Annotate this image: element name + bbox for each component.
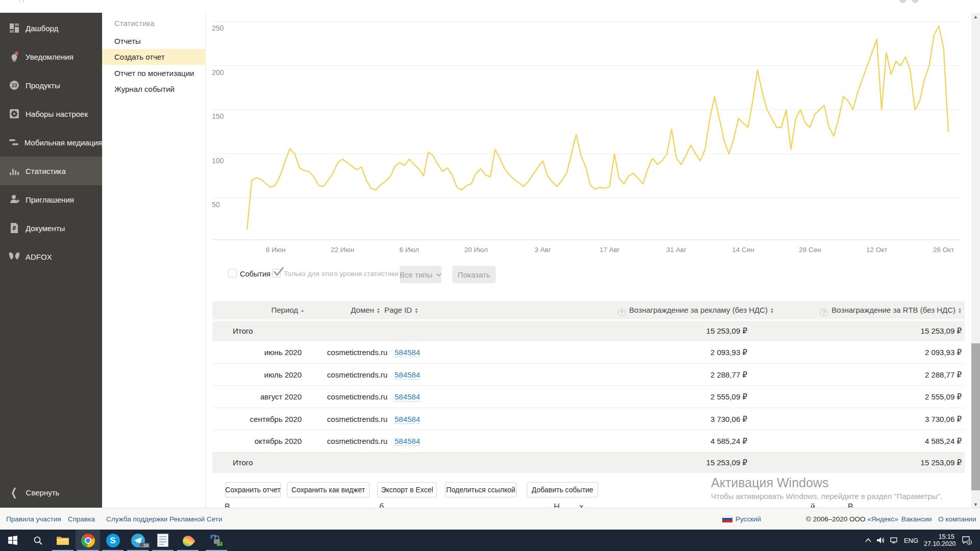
cell-period: сентябрь 2020 <box>212 415 302 423</box>
svg-text:17 Авг: 17 Авг <box>599 246 620 254</box>
scrollbar-up-arrow[interactable]: ▲ <box>971 13 980 21</box>
windows-activation-watermark-title: Активация Windows <box>711 475 828 490</box>
taskbar-telegram[interactable]: ..59 <box>126 530 150 551</box>
windows-taskbar: ENG 15:15 27.10.2020 5 S..59 <box>0 530 980 551</box>
events-checkbox[interactable] <box>228 269 237 278</box>
cell-period: август 2020 <box>212 392 302 401</box>
save-report-button[interactable]: Сохранить отчет <box>225 482 281 497</box>
notification-icon[interactable] <box>899 0 906 3</box>
cell-ads-reward: 2 555,09 ₽ <box>594 392 747 402</box>
taskbar-sync-lock[interactable] <box>204 530 229 551</box>
footer-link-vacancies[interactable]: Вакансии <box>901 515 932 523</box>
cell-pageid: 584584 <box>382 370 433 379</box>
cell-rtb-reward: 4 585,24 ₽ <box>808 437 962 446</box>
cell-pageid: 584584 <box>382 392 433 401</box>
products-icon: 10 <box>8 80 20 91</box>
column-header-ads-reward[interactable]: ?Вознаграждение за рекламу (без НДС)▲▼ <box>570 306 774 316</box>
screen: (( ДашбордУведомления10ПродуктыНаборы на… <box>0 0 980 551</box>
sidebar-item-settings-sets[interactable]: Наборы настроек <box>0 99 102 128</box>
sidebar-item-products[interactable]: 10Продукты <box>0 71 102 99</box>
export-excel-button[interactable]: Экспорт в Excel <box>377 482 437 497</box>
events-checkbox-label[interactable]: События <box>240 270 271 278</box>
sidebar-item-mobile-mediation[interactable]: Мобильная медиация <box>0 128 102 157</box>
yandex-link[interactable]: «Яндекс» <box>867 515 898 523</box>
table-header: Период▲ Домен▲▼ Page ID▲▼ ?Вознаграждени… <box>212 301 965 319</box>
submenu-item[interactable]: Создать отчет <box>102 49 206 65</box>
tray-chevron-icon[interactable] <box>862 530 874 551</box>
level-checkbox[interactable] <box>272 269 281 278</box>
show-button[interactable]: Показать <box>452 266 496 283</box>
event-type-select[interactable]: Все типы <box>400 266 442 283</box>
taskbar-paint3d[interactable] <box>176 530 200 551</box>
help-icon[interactable]: ? <box>618 308 626 316</box>
svg-text:20 Июл: 20 Июл <box>464 246 488 254</box>
collapse-sidebar-button[interactable]: ❮Свернуть <box>0 478 102 507</box>
yandex-logo-fragment: (( <box>18 0 26 3</box>
page-id-link[interactable]: 584584 <box>395 415 420 424</box>
cell-rtb-reward: 3 730,06 ₽ <box>808 415 962 424</box>
cell-period: июль 2020 <box>212 370 302 379</box>
help-icon[interactable]: ? <box>820 308 828 316</box>
scrollbar-thumb[interactable] <box>971 343 980 490</box>
submenu-item[interactable]: Отчеты <box>102 33 206 49</box>
adfox-icon <box>8 252 20 262</box>
dashboard-icon <box>8 23 20 33</box>
chevron-down-icon <box>436 273 442 277</box>
language-selector[interactable]: Русский <box>736 515 761 523</box>
svg-text:8 Июн: 8 Июн <box>266 246 286 254</box>
page-id-link[interactable]: 584584 <box>395 348 420 357</box>
page-header-strip: (( <box>0 0 980 13</box>
svg-text:200: 200 <box>212 68 224 77</box>
sidebar-item-notifications[interactable]: Уведомления <box>0 42 102 71</box>
tray-volume-icon[interactable] <box>874 530 888 551</box>
submenu-header: Статистика <box>114 19 155 28</box>
scrollbar: ▲ ▼ <box>971 13 980 508</box>
line-chart: 250200150100508 Июн22 Июн6 Июл20 Июл3 Ав… <box>206 13 971 258</box>
clipped-next-row: ВбНхйВ <box>206 503 869 508</box>
notifications-icon <box>8 51 20 62</box>
sidebar-item-dashboard[interactable]: Дашборд <box>0 14 102 42</box>
page-id-link[interactable]: 584584 <box>395 437 420 446</box>
share-link-button[interactable]: Поделиться ссылкой <box>445 482 517 497</box>
level-checkbox-label[interactable]: Только для этого уровня статистики <box>284 270 398 278</box>
total-rtb-value: 15 253,09 ₽ <box>808 458 962 467</box>
cell-pageid: 584584 <box>382 437 433 445</box>
taskbar-search[interactable] <box>26 530 50 551</box>
footer-link-support[interactable]: Служба поддержки Рекламной Сети <box>106 515 222 523</box>
cell-pageid: 584584 <box>382 415 433 423</box>
sidebar-item-invitations[interactable]: Приглашения <box>0 185 102 214</box>
invitations-icon <box>8 194 20 205</box>
svg-text:10: 10 <box>11 83 17 88</box>
tray-language[interactable]: ENG <box>902 530 920 551</box>
scrollbar-down-arrow[interactable]: ▼ <box>971 500 980 509</box>
taskbar-windows-start[interactable] <box>1 530 25 551</box>
tray-clock[interactable]: 15:15 27.10.2020 <box>924 530 954 551</box>
sidebar-item-documents[interactable]: ₽Документы <box>0 214 102 242</box>
column-header-rtb-reward[interactable]: ?Вознаграждение за RTB (без НДС)▲▼ <box>753 306 962 316</box>
copyright: © 2006–2020 ООО «Яндекс» <box>806 515 898 523</box>
add-event-button[interactable]: Добавить событие <box>527 482 598 497</box>
svg-text:150: 150 <box>212 112 224 120</box>
cell-period: июнь 2020 <box>212 348 302 357</box>
page-id-link[interactable]: 584584 <box>395 392 420 402</box>
svg-text:28 Сен: 28 Сен <box>799 246 821 254</box>
footer-link-rules[interactable]: Правила участия <box>6 515 61 523</box>
taskbar-chrome[interactable] <box>76 530 100 551</box>
sidebar-item-adfox[interactable]: ADFOX <box>0 242 102 271</box>
footer-link-about[interactable]: О компании <box>938 515 976 523</box>
taskbar-skype[interactable]: S <box>101 530 125 551</box>
cell-ads-reward: 2 288,77 ₽ <box>594 370 747 380</box>
tray-network-icon[interactable] <box>888 530 901 551</box>
submenu-item[interactable]: Журнал событий <box>102 81 206 97</box>
sidebar-item-statistics[interactable]: Статистика <box>0 157 102 185</box>
taskbar-file-explorer[interactable] <box>51 530 75 551</box>
column-header-period[interactable]: Период▲ <box>228 306 304 314</box>
page-id-link[interactable]: 584584 <box>395 370 420 380</box>
column-header-pageid[interactable]: Page ID▲▼ <box>371 306 432 314</box>
taskbar-notepad[interactable] <box>151 530 175 551</box>
tray-notifications-icon[interactable]: 5 <box>958 530 976 551</box>
submenu-item[interactable]: Отчет по монетизации <box>102 65 206 81</box>
footer-link-help[interactable]: Справка <box>68 515 95 523</box>
save-as-widget-button[interactable]: Сохранить как виджет <box>287 482 370 497</box>
user-icon[interactable] <box>912 0 919 3</box>
